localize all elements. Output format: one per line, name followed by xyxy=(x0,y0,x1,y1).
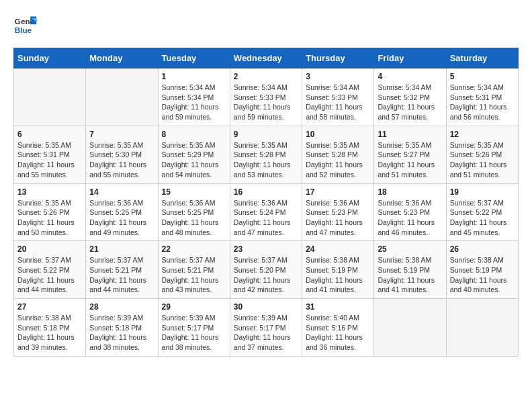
day-info: Sunrise: 5:37 AM Sunset: 5:21 PM Dayligh… xyxy=(89,255,154,295)
calendar-cell: 18Sunrise: 5:36 AM Sunset: 5:23 PM Dayli… xyxy=(374,183,446,241)
day-number: 6 xyxy=(17,130,82,139)
calendar-cell: 29Sunrise: 5:39 AM Sunset: 5:17 PM Dayli… xyxy=(158,299,230,357)
calendar-cell: 25Sunrise: 5:38 AM Sunset: 5:19 PM Dayli… xyxy=(374,241,446,299)
header: General Blue xyxy=(13,13,519,38)
calendar-cell: 16Sunrise: 5:36 AM Sunset: 5:24 PM Dayli… xyxy=(230,183,302,241)
day-info: Sunrise: 5:36 AM Sunset: 5:23 PM Dayligh… xyxy=(306,198,370,238)
day-number: 10 xyxy=(306,130,370,139)
calendar-cell: 3Sunrise: 5:34 AM Sunset: 5:33 PM Daylig… xyxy=(302,68,374,126)
calendar-cell: 7Sunrise: 5:35 AM Sunset: 5:30 PM Daylig… xyxy=(86,126,158,183)
calendar-header-friday: Friday xyxy=(374,48,446,68)
calendar-cell: 30Sunrise: 5:39 AM Sunset: 5:17 PM Dayli… xyxy=(230,299,302,357)
day-info: Sunrise: 5:35 AM Sunset: 5:26 PM Dayligh… xyxy=(450,140,515,180)
day-number: 22 xyxy=(162,244,226,254)
calendar-header: SundayMondayTuesdayWednesdayThursdayFrid… xyxy=(14,48,519,68)
calendar-cell: 5Sunrise: 5:34 AM Sunset: 5:31 PM Daylig… xyxy=(446,68,518,126)
calendar-cell: 1Sunrise: 5:34 AM Sunset: 5:34 PM Daylig… xyxy=(158,68,230,126)
day-number: 14 xyxy=(89,187,154,197)
day-info: Sunrise: 5:38 AM Sunset: 5:18 PM Dayligh… xyxy=(17,313,82,353)
calendar-cell: 8Sunrise: 5:35 AM Sunset: 5:29 PM Daylig… xyxy=(158,126,230,183)
calendar-cell: 12Sunrise: 5:35 AM Sunset: 5:26 PM Dayli… xyxy=(446,126,518,183)
day-number: 31 xyxy=(306,302,370,312)
logo-icon: General Blue xyxy=(13,13,38,38)
calendar-header-tuesday: Tuesday xyxy=(158,48,230,68)
day-info: Sunrise: 5:34 AM Sunset: 5:33 PM Dayligh… xyxy=(306,83,370,122)
day-number: 20 xyxy=(17,244,82,254)
calendar-header-monday: Monday xyxy=(86,48,158,68)
day-info: Sunrise: 5:35 AM Sunset: 5:28 PM Dayligh… xyxy=(306,140,370,180)
calendar-cell: 6Sunrise: 5:35 AM Sunset: 5:31 PM Daylig… xyxy=(14,126,86,183)
day-number: 18 xyxy=(378,187,442,197)
calendar-cell: 28Sunrise: 5:39 AM Sunset: 5:18 PM Dayli… xyxy=(86,299,158,357)
day-info: Sunrise: 5:37 AM Sunset: 5:20 PM Dayligh… xyxy=(234,255,298,295)
day-number: 24 xyxy=(306,244,370,254)
calendar-header-thursday: Thursday xyxy=(302,48,374,68)
calendar-header-sunday: Sunday xyxy=(14,48,86,68)
day-info: Sunrise: 5:35 AM Sunset: 5:31 PM Dayligh… xyxy=(17,140,82,180)
day-number: 28 xyxy=(89,302,154,312)
day-info: Sunrise: 5:37 AM Sunset: 5:22 PM Dayligh… xyxy=(17,255,82,295)
day-info: Sunrise: 5:39 AM Sunset: 5:18 PM Dayligh… xyxy=(89,313,154,353)
day-number: 30 xyxy=(234,302,298,312)
day-info: Sunrise: 5:37 AM Sunset: 5:21 PM Dayligh… xyxy=(162,255,226,295)
calendar-cell: 19Sunrise: 5:37 AM Sunset: 5:22 PM Dayli… xyxy=(446,183,518,241)
calendar-week-5: 27Sunrise: 5:38 AM Sunset: 5:18 PM Dayli… xyxy=(14,299,519,357)
calendar-cell xyxy=(86,68,158,126)
day-number: 12 xyxy=(450,130,515,139)
svg-text:Blue: Blue xyxy=(15,26,32,34)
day-info: Sunrise: 5:36 AM Sunset: 5:25 PM Dayligh… xyxy=(162,198,226,238)
day-info: Sunrise: 5:39 AM Sunset: 5:17 PM Dayligh… xyxy=(162,313,226,353)
day-info: Sunrise: 5:37 AM Sunset: 5:22 PM Dayligh… xyxy=(450,198,515,238)
day-number: 5 xyxy=(450,72,515,81)
day-info: Sunrise: 5:35 AM Sunset: 5:26 PM Dayligh… xyxy=(17,198,82,238)
day-info: Sunrise: 5:39 AM Sunset: 5:17 PM Dayligh… xyxy=(234,313,298,353)
calendar-header-saturday: Saturday xyxy=(446,48,518,68)
calendar-cell: 22Sunrise: 5:37 AM Sunset: 5:21 PM Dayli… xyxy=(158,241,230,299)
day-info: Sunrise: 5:38 AM Sunset: 5:19 PM Dayligh… xyxy=(450,255,515,295)
calendar-cell: 24Sunrise: 5:38 AM Sunset: 5:19 PM Dayli… xyxy=(302,241,374,299)
calendar-cell: 15Sunrise: 5:36 AM Sunset: 5:25 PM Dayli… xyxy=(158,183,230,241)
calendar-header-wednesday: Wednesday xyxy=(230,48,302,68)
calendar-week-2: 6Sunrise: 5:35 AM Sunset: 5:31 PM Daylig… xyxy=(14,126,519,183)
calendar-cell: 27Sunrise: 5:38 AM Sunset: 5:18 PM Dayli… xyxy=(14,299,86,357)
day-info: Sunrise: 5:38 AM Sunset: 5:19 PM Dayligh… xyxy=(306,255,370,295)
day-number: 27 xyxy=(17,302,82,312)
day-number: 2 xyxy=(234,72,298,81)
day-info: Sunrise: 5:38 AM Sunset: 5:19 PM Dayligh… xyxy=(378,255,442,295)
calendar-cell: 9Sunrise: 5:35 AM Sunset: 5:28 PM Daylig… xyxy=(230,126,302,183)
day-info: Sunrise: 5:36 AM Sunset: 5:25 PM Dayligh… xyxy=(89,198,154,238)
day-info: Sunrise: 5:35 AM Sunset: 5:28 PM Dayligh… xyxy=(234,140,298,180)
calendar-cell xyxy=(374,299,446,357)
day-info: Sunrise: 5:34 AM Sunset: 5:33 PM Dayligh… xyxy=(234,83,298,122)
day-number: 7 xyxy=(89,130,154,139)
calendar-week-4: 20Sunrise: 5:37 AM Sunset: 5:22 PM Dayli… xyxy=(14,241,519,299)
day-number: 26 xyxy=(450,244,515,254)
calendar-cell: 31Sunrise: 5:40 AM Sunset: 5:16 PM Dayli… xyxy=(302,299,374,357)
calendar: SundayMondayTuesdayWednesdayThursdayFrid… xyxy=(13,48,519,357)
calendar-cell: 10Sunrise: 5:35 AM Sunset: 5:28 PM Dayli… xyxy=(302,126,374,183)
day-info: Sunrise: 5:35 AM Sunset: 5:27 PM Dayligh… xyxy=(378,140,442,180)
calendar-cell: 11Sunrise: 5:35 AM Sunset: 5:27 PM Dayli… xyxy=(374,126,446,183)
day-number: 15 xyxy=(162,187,226,197)
calendar-cell: 4Sunrise: 5:34 AM Sunset: 5:32 PM Daylig… xyxy=(374,68,446,126)
day-info: Sunrise: 5:36 AM Sunset: 5:24 PM Dayligh… xyxy=(234,198,298,238)
day-number: 25 xyxy=(378,244,442,254)
calendar-cell xyxy=(446,299,518,357)
day-number: 3 xyxy=(306,72,370,81)
day-number: 1 xyxy=(162,72,226,81)
logo: General Blue xyxy=(13,13,42,38)
calendar-week-1: 1Sunrise: 5:34 AM Sunset: 5:34 PM Daylig… xyxy=(14,68,519,126)
day-info: Sunrise: 5:34 AM Sunset: 5:31 PM Dayligh… xyxy=(450,83,515,122)
day-info: Sunrise: 5:35 AM Sunset: 5:30 PM Dayligh… xyxy=(89,140,154,180)
day-number: 13 xyxy=(17,187,82,197)
day-number: 11 xyxy=(378,130,442,139)
day-number: 9 xyxy=(234,130,298,139)
day-info: Sunrise: 5:34 AM Sunset: 5:34 PM Dayligh… xyxy=(162,83,226,122)
day-number: 8 xyxy=(162,130,226,139)
day-number: 29 xyxy=(162,302,226,312)
calendar-cell xyxy=(14,68,86,126)
day-number: 17 xyxy=(306,187,370,197)
calendar-cell: 21Sunrise: 5:37 AM Sunset: 5:21 PM Dayli… xyxy=(86,241,158,299)
calendar-cell: 20Sunrise: 5:37 AM Sunset: 5:22 PM Dayli… xyxy=(14,241,86,299)
day-number: 16 xyxy=(234,187,298,197)
